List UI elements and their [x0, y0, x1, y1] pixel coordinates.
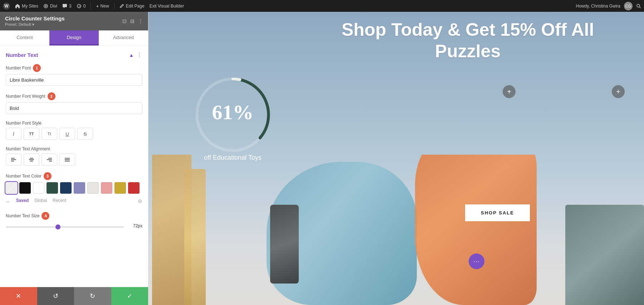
tab-advanced[interactable]: Advanced — [99, 30, 148, 45]
svg-rect-9 — [30, 161, 33, 161]
toy-orange — [415, 155, 537, 305]
svg-rect-13 — [65, 158, 70, 159]
left-panel: Circle Counter Settings Preset: Default … — [0, 12, 148, 305]
admin-bar: W My Sites Divi 3 0 0 + New Edit Page — [0, 0, 644, 12]
number-text-color-field: Number Text Color 3 — [6, 172, 142, 205]
exit-builder-btn[interactable]: Exit Visual Builder — [150, 4, 184, 9]
comments-count: 3 — [69, 4, 72, 9]
strikethrough-btn[interactable]: S — [77, 128, 93, 140]
number-text-size-field: Number Text Size 4 72px — [6, 212, 142, 229]
svg-rect-5 — [11, 159, 16, 160]
edit-icon — [119, 4, 124, 8]
number-font-field: Number Font 1 Libre Baskerville — [6, 64, 142, 86]
panel-preset[interactable]: Preset: Default ▾ — [5, 22, 65, 27]
toys-area — [148, 155, 644, 305]
split-view-icon[interactable]: ⊟ — [130, 18, 135, 24]
divider-2 — [114, 3, 114, 9]
headline-line1: Shop Today & Get 15% Off All — [342, 20, 594, 40]
number-font-label: Number Font 1 — [6, 64, 142, 72]
red-swatch[interactable] — [128, 182, 140, 194]
number-font-style-label: Number Font Style — [6, 121, 142, 126]
pink-swatch[interactable] — [101, 182, 112, 194]
shop-sale-button[interactable]: SHOP SALE — [465, 204, 530, 221]
color-swatches — [6, 182, 142, 194]
transparent-swatch[interactable] — [6, 182, 17, 194]
panel-content: Number Text ▲ ⋮ Number Font 1 Libre Bask… — [0, 46, 148, 287]
global-tab[interactable]: Global — [34, 198, 47, 205]
alignment-buttons — [6, 154, 142, 166]
capitalize-btn[interactable]: Tt — [42, 128, 57, 140]
step-badge-2: 2 — [48, 92, 55, 100]
dark-green-swatch[interactable] — [47, 182, 58, 194]
circle-counter-svg: 61% — [191, 73, 275, 157]
toy-blue-cube — [565, 205, 644, 305]
align-left-btn[interactable] — [6, 154, 21, 166]
exit-builder-label: Exit Visual Builder — [150, 4, 184, 9]
number-font-select-wrapper: Libre Baskerville — [6, 74, 142, 86]
my-sites-menu[interactable]: My Sites — [15, 4, 38, 9]
undo-button[interactable]: ↺ — [37, 287, 74, 305]
section-more-icon[interactable]: ⋮ — [137, 52, 142, 58]
light-gray-swatch[interactable] — [87, 182, 99, 194]
collapse-icon[interactable]: ▲ — [129, 52, 134, 58]
home-icon — [15, 4, 20, 9]
plus-button-2[interactable]: + — [612, 85, 625, 98]
shop-sale-btn-wrapper: SHOP SALE — [465, 204, 530, 221]
color-settings-icon[interactable]: ⚙ — [138, 198, 142, 204]
underline-btn[interactable]: U — [59, 128, 75, 140]
save-button[interactable]: ✓ — [111, 287, 148, 305]
number-font-weight-select[interactable]: Bold — [6, 102, 142, 114]
align-center-btn[interactable] — [24, 154, 39, 166]
align-justify-btn[interactable] — [59, 154, 75, 166]
italic-btn[interactable]: I — [6, 128, 21, 140]
my-sites-label: My Sites — [22, 4, 38, 9]
admin-bar-left: W My Sites Divi 3 0 0 + New Edit Page — [3, 3, 570, 10]
plus-button-1[interactable]: + — [503, 85, 516, 98]
new-menu[interactable]: + New — [96, 3, 109, 9]
number-text-size-label: Number Text Size 4 — [6, 212, 142, 220]
step-badge-1: 1 — [33, 64, 41, 72]
tab-design[interactable]: Design — [49, 30, 99, 45]
white-swatch[interactable] — [33, 182, 44, 194]
number-font-select[interactable]: Libre Baskerville — [6, 74, 142, 86]
align-center-icon — [29, 157, 34, 163]
black-swatch[interactable] — [19, 182, 31, 194]
section-title: Number Text — [6, 52, 38, 58]
floating-dots-button[interactable]: ··· — [469, 253, 484, 269]
comments-menu[interactable]: 3 — [62, 4, 72, 9]
panel-bottom: ✕ ↺ ↻ ✓ — [0, 287, 148, 305]
number-text-color-label: Number Text Color 3 — [6, 172, 142, 180]
circle-counter: 61% off Educational Toys — [191, 73, 275, 161]
headline-line2: Puzzles — [435, 41, 501, 61]
divi-label: Divi — [50, 4, 57, 9]
saved-tab[interactable]: Saved — [16, 198, 29, 205]
more-options-icon[interactable]: ⋮ — [138, 18, 143, 24]
lavender-swatch[interactable] — [74, 182, 85, 194]
wordpress-icon[interactable]: W — [3, 3, 10, 10]
new-label: New — [101, 4, 109, 9]
user-avatar[interactable]: CG — [624, 2, 633, 10]
uppercase-btn[interactable]: TT — [24, 128, 39, 140]
panel-header: Circle Counter Settings Preset: Default … — [0, 12, 148, 30]
svg-rect-8 — [29, 159, 34, 160]
redo-button[interactable]: ↻ — [74, 287, 111, 305]
svg-rect-7 — [30, 158, 33, 159]
step-badge-4: 4 — [42, 212, 49, 220]
step-badge-3: 3 — [44, 172, 52, 180]
cancel-button[interactable]: ✕ — [0, 287, 37, 305]
size-slider[interactable] — [6, 226, 124, 228]
svg-rect-11 — [47, 159, 52, 160]
tab-content[interactable]: Content — [0, 30, 49, 45]
dark-blue-swatch[interactable] — [60, 182, 72, 194]
dots-tab[interactable]: ··· — [6, 198, 9, 205]
recent-tab[interactable]: Recent — [53, 198, 66, 205]
feedback-menu[interactable]: 0 0 — [77, 4, 86, 9]
edit-page-label: Edit Page — [126, 4, 145, 9]
edit-page-btn[interactable]: Edit Page — [119, 4, 145, 9]
restore-icon[interactable]: ⊡ — [122, 18, 127, 24]
divi-menu[interactable]: Divi — [43, 4, 57, 9]
gold-swatch[interactable] — [114, 182, 126, 194]
align-right-btn[interactable] — [42, 154, 57, 166]
user-greeting: Howdy, Christina Gwira — [576, 4, 620, 9]
search-icon[interactable] — [636, 4, 641, 9]
